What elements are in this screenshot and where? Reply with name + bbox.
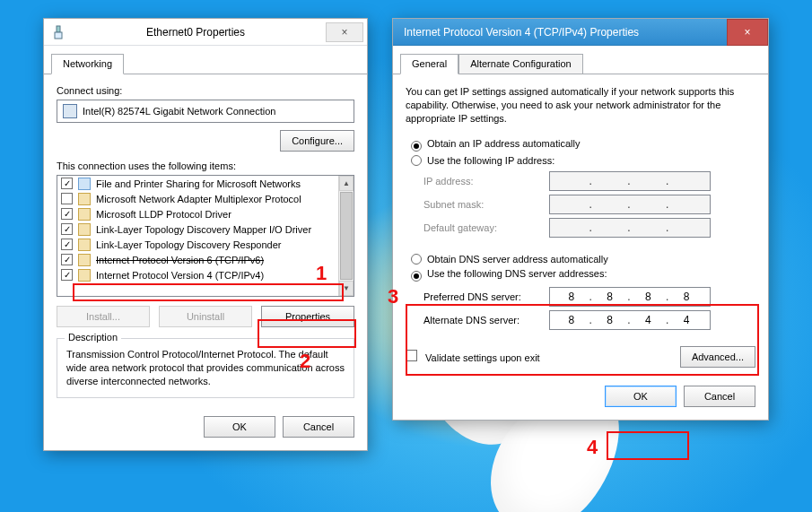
list-item-label: Microsoft Network Adapter Multiplexor Pr… [96, 194, 301, 204]
checkbox-icon[interactable] [61, 223, 73, 235]
default-gateway-label: Default gateway: [406, 222, 549, 233]
adapter-system-icon [51, 25, 65, 39]
annotation-number-3: 3 [388, 285, 398, 308]
install-button[interactable]: Install... [57, 306, 150, 327]
close-icon: × [341, 26, 347, 39]
alternate-dns-label: Alternate DNS server: [406, 315, 549, 325]
properties-button[interactable]: Properties [261, 306, 354, 327]
list-item[interactable]: File and Printer Sharing for Microsoft N… [57, 176, 354, 191]
scrollbar[interactable]: ▲ ▼ [338, 176, 354, 296]
ok-button[interactable]: OK [605, 386, 677, 407]
titlebar[interactable]: Internet Protocol Version 4 (TCP/IPv4) P… [393, 19, 768, 46]
connect-using-label: Connect using: [57, 85, 354, 96]
list-item[interactable]: Microsoft Network Adapter Multiplexor Pr… [57, 191, 354, 206]
radio-icon [411, 155, 422, 166]
radio-icon [411, 254, 422, 265]
protocol-icon [78, 178, 91, 190]
preferred-dns-input[interactable]: 8. 8. 8. 8 [549, 287, 711, 307]
tab-general[interactable]: General [400, 54, 458, 74]
checkbox-icon[interactable] [61, 208, 73, 220]
protocol-icon [78, 254, 91, 266]
protocol-icon [78, 223, 91, 236]
ok-button[interactable]: OK [204, 416, 275, 438]
checkbox-icon[interactable] [61, 193, 73, 204]
list-item-label: Internet Protocol Version 6 (TCP/IPv6) [96, 255, 264, 265]
protocol-icon [78, 239, 91, 251]
ip-settings-blurb: You can get IP settings assigned automat… [406, 85, 755, 126]
list-item-label: Microsoft LLDP Protocol Driver [96, 209, 231, 220]
tabstrip: Networking [44, 46, 367, 74]
checkbox-icon[interactable] [61, 269, 73, 281]
list-item[interactable]: Microsoft LLDP Protocol Driver [57, 206, 354, 221]
scroll-thumb[interactable] [340, 192, 353, 280]
subnet-mask-input: ... [549, 195, 711, 214]
annotation-number-2: 2 [300, 350, 310, 373]
configure-button[interactable]: Configure... [280, 130, 354, 152]
list-item-label: File and Printer Sharing for Microsoft N… [96, 178, 301, 189]
advanced-button[interactable]: Advanced... [680, 346, 755, 368]
radio-obtain-ip-auto[interactable]: Obtain an IP address automatically [411, 138, 755, 152]
close-button[interactable]: × [727, 19, 768, 46]
validate-settings-checkbox[interactable]: Validate settings upon exit [406, 350, 540, 363]
cancel-button[interactable]: Cancel [283, 416, 354, 438]
preferred-dns-label: Preferred DNS server: [406, 291, 549, 302]
protocol-icon [78, 193, 91, 205]
list-item-label: Link-Layer Topology Discovery Mapper I/O… [96, 224, 311, 235]
scroll-up-icon[interactable]: ▲ [339, 176, 354, 191]
list-item-label: Link-Layer Topology Discovery Responder [96, 239, 281, 250]
dialog-title: Internet Protocol Version 4 (TCP/IPv4) P… [393, 26, 727, 39]
tab-networking[interactable]: Networking [51, 54, 124, 74]
close-button[interactable]: × [326, 22, 363, 42]
checkbox-icon[interactable] [61, 178, 73, 189]
radio-icon [411, 141, 422, 152]
list-item-label: Internet Protocol Version 4 (TCP/IPv4) [96, 270, 264, 281]
annotation-number-1: 1 [316, 262, 327, 285]
tab-alternate-configuration[interactable]: Alternate Configuration [458, 54, 583, 74]
radio-icon [411, 271, 422, 282]
checkbox-icon[interactable] [61, 254, 73, 265]
dialog-title: Ethernet0 Properties [65, 26, 326, 39]
checkbox-icon[interactable] [61, 239, 73, 250]
radio-use-following-ip[interactable]: Use the following IP address: [411, 155, 755, 166]
checkbox-icon [406, 350, 417, 361]
description-legend: Description [65, 332, 121, 343]
svg-rect-1 [55, 32, 62, 39]
radio-use-following-dns[interactable]: Use the following DNS server addresses: [411, 268, 755, 282]
items-label: This connection uses the following items… [57, 161, 354, 171]
protocol-icon [78, 269, 91, 282]
connection-items-list[interactable]: File and Printer Sharing for Microsoft N… [57, 175, 354, 297]
subnet-mask-label: Subnet mask: [406, 199, 549, 210]
titlebar[interactable]: Ethernet0 Properties × [44, 19, 367, 46]
adapter-field[interactable]: Intel(R) 82574L Gigabit Network Connecti… [57, 100, 354, 123]
nic-icon [63, 104, 77, 118]
protocol-icon [78, 208, 91, 221]
ip-address-input: ... [549, 171, 711, 191]
list-item[interactable]: Internet Protocol Version 6 (TCP/IPv6) [57, 252, 354, 267]
scroll-down-icon[interactable]: ▼ [339, 281, 354, 296]
radio-obtain-dns-auto[interactable]: Obtain DNS server address automatically [411, 254, 755, 265]
close-icon: × [744, 26, 750, 39]
ethernet-properties-dialog: Ethernet0 Properties × Networking Connec… [43, 18, 368, 451]
ipv4-properties-dialog: Internet Protocol Version 4 (TCP/IPv4) P… [392, 18, 769, 421]
list-item[interactable]: Internet Protocol Version 4 (TCP/IPv4) [57, 267, 354, 282]
list-item[interactable]: Link-Layer Topology Discovery Responder [57, 237, 354, 252]
svg-rect-0 [57, 26, 60, 32]
tabstrip: General Alternate Configuration [393, 46, 768, 74]
adapter-name: Intel(R) 82574L Gigabit Network Connecti… [83, 106, 275, 117]
default-gateway-input: ... [549, 218, 711, 238]
list-item[interactable]: Link-Layer Topology Discovery Mapper I/O… [57, 221, 354, 237]
cancel-button[interactable]: Cancel [684, 386, 755, 407]
alternate-dns-input[interactable]: 8. 8. 4. 4 [549, 310, 711, 330]
ip-address-label: IP address: [406, 176, 549, 187]
uninstall-button[interactable]: Uninstall [159, 306, 252, 327]
annotation-number-4: 4 [587, 436, 598, 459]
